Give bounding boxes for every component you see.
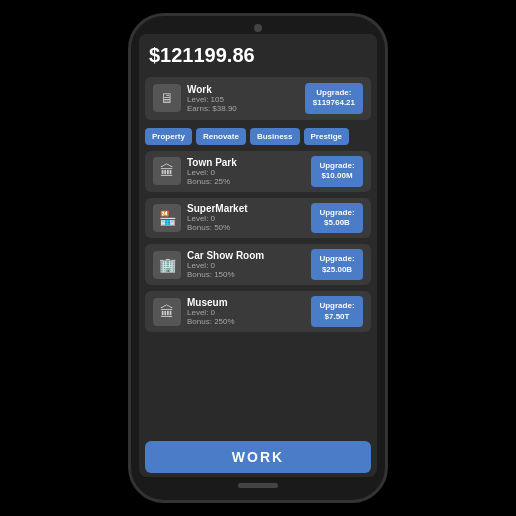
townpark-icon: 🏛 [153, 157, 181, 185]
work-card-left: 🖥 Work Level: 105 Earns: $38.90 [153, 84, 237, 113]
museum-bonus: Bonus: 250% [187, 317, 235, 326]
townpark-upgrade-button[interactable]: Upgrade: $10.00M [311, 156, 363, 187]
museum-level: Level: 0 [187, 308, 235, 317]
list-item: 🏪 SuperMarket Level: 0 Bonus: 50% Upgrad… [145, 198, 371, 239]
supermarket-icon: 🏪 [153, 204, 181, 232]
museum-upgrade-button[interactable]: Upgrade: $7.50T [311, 296, 363, 327]
phone-frame: $121199.86 🖥 Work Level: 105 Earns: $38.… [128, 13, 388, 503]
carshowroom-upgrade-button[interactable]: Upgrade: $25.00B [311, 249, 363, 280]
tab-business[interactable]: Business [250, 128, 300, 145]
museum-title: Museum [187, 297, 235, 308]
carshowroom-level: Level: 0 [187, 261, 264, 270]
phone-notch [254, 24, 262, 32]
work-icon: 🖥 [153, 84, 181, 112]
carshowroom-bonus: Bonus: 150% [187, 270, 264, 279]
tab-prestige[interactable]: Prestige [304, 128, 350, 145]
tab-renovate[interactable]: Renovate [196, 128, 246, 145]
townpark-level: Level: 0 [187, 168, 237, 177]
work-title: Work [187, 84, 237, 95]
screen: $121199.86 🖥 Work Level: 105 Earns: $38.… [139, 34, 377, 477]
tab-property[interactable]: Property [145, 128, 192, 145]
supermarket-level: Level: 0 [187, 214, 248, 223]
properties-list: 🏛 Town Park Level: 0 Bonus: 25% Upgrade:… [139, 149, 377, 435]
list-item: 🏢 Car Show Room Level: 0 Bonus: 150% Upg… [145, 244, 371, 285]
work-button[interactable]: WORK [145, 441, 371, 473]
work-earns: Earns: $38.90 [187, 104, 237, 113]
list-item: 🏛 Museum Level: 0 Bonus: 250% Upgrade: $… [145, 291, 371, 332]
carshowroom-title: Car Show Room [187, 250, 264, 261]
supermarket-upgrade-button[interactable]: Upgrade: $5.00B [311, 203, 363, 234]
townpark-title: Town Park [187, 157, 237, 168]
supermarket-title: SuperMarket [187, 203, 248, 214]
townpark-bonus: Bonus: 25% [187, 177, 237, 186]
work-button-container: WORK [139, 435, 377, 477]
carshowroom-icon: 🏢 [153, 251, 181, 279]
museum-icon: 🏛 [153, 298, 181, 326]
supermarket-bonus: Bonus: 50% [187, 223, 248, 232]
home-indicator [238, 483, 278, 488]
work-level: Level: 105 [187, 95, 237, 104]
nav-tabs: Property Renovate Business Prestige [145, 128, 371, 145]
work-card: 🖥 Work Level: 105 Earns: $38.90 Upgrade:… [145, 77, 371, 120]
work-upgrade-button[interactable]: Upgrade: $119764.21 [305, 83, 363, 114]
work-card-info: Work Level: 105 Earns: $38.90 [187, 84, 237, 113]
balance-display: $121199.86 [139, 34, 377, 73]
list-item: 🏛 Town Park Level: 0 Bonus: 25% Upgrade:… [145, 151, 371, 192]
